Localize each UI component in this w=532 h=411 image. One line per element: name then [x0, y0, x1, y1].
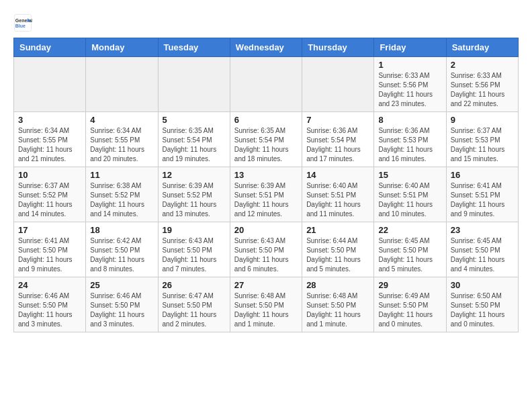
day-info: Sunrise: 6:39 AM Sunset: 5:52 PM Dayligh… [163, 181, 226, 219]
calendar-header-tuesday: Tuesday [158, 38, 230, 57]
day-info: Sunrise: 6:43 AM Sunset: 5:50 PM Dayligh… [163, 236, 226, 274]
day-number: 6 [234, 115, 298, 125]
day-info: Sunrise: 6:46 AM Sunset: 5:50 PM Dayligh… [90, 291, 153, 329]
day-info: Sunrise: 6:48 AM Sunset: 5:50 PM Dayligh… [234, 291, 298, 329]
calendar-header-saturday: Saturday [446, 38, 518, 57]
calendar-cell [230, 57, 302, 112]
calendar-cell: 23Sunrise: 6:45 AM Sunset: 5:50 PM Dayli… [446, 222, 518, 277]
calendar-header-friday: Friday [374, 38, 446, 57]
calendar-cell: 11Sunrise: 6:38 AM Sunset: 5:52 PM Dayli… [86, 167, 158, 222]
day-number: 29 [378, 280, 441, 290]
day-number: 5 [163, 115, 226, 125]
calendar-cell: 19Sunrise: 6:43 AM Sunset: 5:50 PM Dayli… [158, 222, 230, 277]
calendar-table: SundayMondayTuesdayWednesdayThursdayFrid… [13, 38, 519, 332]
calendar-cell: 5Sunrise: 6:35 AM Sunset: 5:54 PM Daylig… [158, 112, 230, 167]
day-info: Sunrise: 6:41 AM Sunset: 5:51 PM Dayligh… [451, 181, 514, 219]
calendar-week-row: 17Sunrise: 6:41 AM Sunset: 5:50 PM Dayli… [14, 222, 519, 277]
calendar-cell: 9Sunrise: 6:37 AM Sunset: 5:53 PM Daylig… [446, 112, 518, 167]
calendar-cell [86, 57, 158, 112]
calendar-cell: 17Sunrise: 6:41 AM Sunset: 5:50 PM Dayli… [14, 222, 86, 277]
day-info: Sunrise: 6:38 AM Sunset: 5:52 PM Dayligh… [90, 181, 153, 219]
day-number: 3 [18, 115, 81, 125]
day-number: 20 [234, 225, 298, 235]
calendar-cell: 16Sunrise: 6:41 AM Sunset: 5:51 PM Dayli… [446, 167, 518, 222]
day-number: 27 [234, 280, 298, 290]
day-number: 22 [378, 225, 441, 235]
calendar-cell: 22Sunrise: 6:45 AM Sunset: 5:50 PM Dayli… [374, 222, 446, 277]
day-number: 12 [163, 170, 226, 180]
calendar-header-wednesday: Wednesday [230, 38, 302, 57]
day-number: 21 [306, 225, 369, 235]
day-number: 11 [90, 170, 153, 180]
day-info: Sunrise: 6:42 AM Sunset: 5:50 PM Dayligh… [90, 236, 153, 274]
calendar-cell: 15Sunrise: 6:40 AM Sunset: 5:51 PM Dayli… [374, 167, 446, 222]
calendar-cell: 29Sunrise: 6:49 AM Sunset: 5:50 PM Dayli… [374, 277, 446, 332]
day-number: 28 [306, 280, 369, 290]
calendar-week-row: 24Sunrise: 6:46 AM Sunset: 5:50 PM Dayli… [14, 277, 519, 332]
calendar-week-row: 10Sunrise: 6:37 AM Sunset: 5:52 PM Dayli… [14, 167, 519, 222]
day-info: Sunrise: 6:47 AM Sunset: 5:50 PM Dayligh… [163, 291, 226, 329]
day-info: Sunrise: 6:36 AM Sunset: 5:54 PM Dayligh… [306, 126, 369, 164]
day-info: Sunrise: 6:41 AM Sunset: 5:50 PM Dayligh… [18, 236, 81, 274]
day-number: 10 [18, 170, 81, 180]
calendar-cell: 28Sunrise: 6:48 AM Sunset: 5:50 PM Dayli… [302, 277, 374, 332]
calendar-week-row: 3Sunrise: 6:34 AM Sunset: 5:55 PM Daylig… [14, 112, 519, 167]
day-number: 19 [163, 225, 226, 235]
calendar-cell: 14Sunrise: 6:40 AM Sunset: 5:51 PM Dayli… [302, 167, 374, 222]
calendar-cell: 18Sunrise: 6:42 AM Sunset: 5:50 PM Dayli… [86, 222, 158, 277]
day-number: 30 [451, 280, 514, 290]
day-info: Sunrise: 6:33 AM Sunset: 5:56 PM Dayligh… [451, 71, 514, 109]
calendar-cell: 30Sunrise: 6:50 AM Sunset: 5:50 PM Dayli… [446, 277, 518, 332]
calendar-cell: 4Sunrise: 6:34 AM Sunset: 5:55 PM Daylig… [86, 112, 158, 167]
day-number: 18 [90, 225, 153, 235]
day-info: Sunrise: 6:37 AM Sunset: 5:53 PM Dayligh… [451, 126, 514, 164]
day-number: 25 [90, 280, 153, 290]
calendar-cell: 13Sunrise: 6:39 AM Sunset: 5:51 PM Dayli… [230, 167, 302, 222]
calendar-cell: 24Sunrise: 6:46 AM Sunset: 5:50 PM Dayli… [14, 277, 86, 332]
day-number: 24 [18, 280, 81, 290]
day-number: 26 [163, 280, 226, 290]
calendar-cell: 1Sunrise: 6:33 AM Sunset: 5:56 PM Daylig… [374, 57, 446, 112]
calendar-cell: 8Sunrise: 6:36 AM Sunset: 5:53 PM Daylig… [374, 112, 446, 167]
calendar-header-monday: Monday [86, 38, 158, 57]
calendar-cell: 21Sunrise: 6:44 AM Sunset: 5:50 PM Dayli… [302, 222, 374, 277]
day-info: Sunrise: 6:43 AM Sunset: 5:50 PM Dayligh… [234, 236, 298, 274]
calendar-header-thursday: Thursday [302, 38, 374, 57]
logo: General Blue [13, 13, 32, 32]
calendar-cell [302, 57, 374, 112]
svg-text:Blue: Blue [15, 24, 26, 28]
day-number: 16 [451, 170, 514, 180]
day-info: Sunrise: 6:49 AM Sunset: 5:50 PM Dayligh… [378, 291, 441, 329]
day-number: 1 [378, 60, 441, 70]
page-header: General Blue [13, 13, 519, 32]
calendar-header-row: SundayMondayTuesdayWednesdayThursdayFrid… [14, 38, 519, 57]
calendar-week-row: 1Sunrise: 6:33 AM Sunset: 5:56 PM Daylig… [14, 57, 519, 112]
day-number: 14 [306, 170, 369, 180]
day-info: Sunrise: 6:46 AM Sunset: 5:50 PM Dayligh… [18, 291, 81, 329]
calendar-cell: 3Sunrise: 6:34 AM Sunset: 5:55 PM Daylig… [14, 112, 86, 167]
day-info: Sunrise: 6:48 AM Sunset: 5:50 PM Dayligh… [306, 291, 369, 329]
day-info: Sunrise: 6:35 AM Sunset: 5:54 PM Dayligh… [163, 126, 226, 164]
calendar-cell [158, 57, 230, 112]
day-info: Sunrise: 6:50 AM Sunset: 5:50 PM Dayligh… [451, 291, 514, 329]
day-info: Sunrise: 6:34 AM Sunset: 5:55 PM Dayligh… [18, 126, 81, 164]
day-info: Sunrise: 6:39 AM Sunset: 5:51 PM Dayligh… [234, 181, 298, 219]
calendar-cell: 2Sunrise: 6:33 AM Sunset: 5:56 PM Daylig… [446, 57, 518, 112]
day-number: 2 [451, 60, 514, 70]
calendar-cell: 25Sunrise: 6:46 AM Sunset: 5:50 PM Dayli… [86, 277, 158, 332]
day-number: 7 [306, 115, 369, 125]
logo-icon: General Blue [13, 13, 32, 32]
calendar-cell: 20Sunrise: 6:43 AM Sunset: 5:50 PM Dayli… [230, 222, 302, 277]
day-info: Sunrise: 6:45 AM Sunset: 5:50 PM Dayligh… [451, 236, 514, 274]
day-info: Sunrise: 6:44 AM Sunset: 5:50 PM Dayligh… [306, 236, 369, 274]
calendar-cell: 26Sunrise: 6:47 AM Sunset: 5:50 PM Dayli… [158, 277, 230, 332]
calendar-cell: 6Sunrise: 6:35 AM Sunset: 5:54 PM Daylig… [230, 112, 302, 167]
day-number: 17 [18, 225, 81, 235]
calendar-header-sunday: Sunday [14, 38, 86, 57]
calendar-cell: 12Sunrise: 6:39 AM Sunset: 5:52 PM Dayli… [158, 167, 230, 222]
day-info: Sunrise: 6:33 AM Sunset: 5:56 PM Dayligh… [378, 71, 441, 109]
day-number: 13 [234, 170, 298, 180]
day-info: Sunrise: 6:45 AM Sunset: 5:50 PM Dayligh… [378, 236, 441, 274]
day-info: Sunrise: 6:37 AM Sunset: 5:52 PM Dayligh… [18, 181, 81, 219]
day-number: 8 [378, 115, 441, 125]
